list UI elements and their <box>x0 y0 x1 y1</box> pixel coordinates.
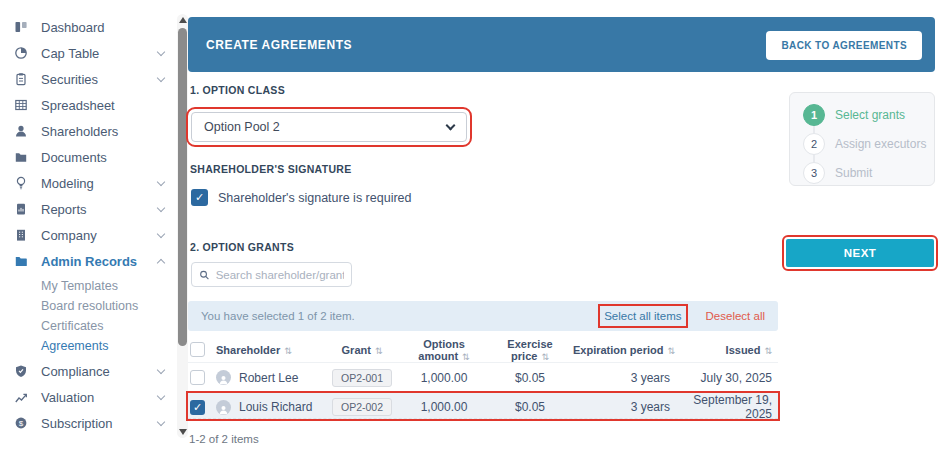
sidebar-item-label: Shareholders <box>41 124 164 139</box>
sidebar-item-reports[interactable]: Reports <box>0 196 176 222</box>
scrollbar-thumb[interactable] <box>178 28 187 346</box>
sidebar-item-label: Modeling <box>41 176 158 191</box>
column-header-exercise-price[interactable]: Exercise price⇅ <box>488 338 572 362</box>
sidebar-item-compliance[interactable]: Compliance <box>0 358 176 384</box>
option-grants-section-label: 2. OPTION GRANTS <box>190 241 294 253</box>
person-icon <box>14 124 28 138</box>
sidebar-item-label: Compliance <box>41 364 158 379</box>
column-label: Expiration period <box>573 344 663 356</box>
back-to-agreements-button[interactable]: BACK TO AGREEMENTS <box>766 31 922 60</box>
folder-icon <box>14 150 28 164</box>
sidebar-subitem-my-templates[interactable]: My Templates <box>0 276 176 296</box>
signature-required-checkbox[interactable]: ✓ <box>191 189 208 206</box>
svg-text:$: $ <box>19 419 24 428</box>
step-select-grants: 1 Select grants <box>803 104 934 126</box>
column-header-options-amount[interactable]: Options amount⇅ <box>400 338 488 362</box>
sidebar-item-shareholders[interactable]: Shareholders <box>0 118 176 144</box>
sidebar-item-label: Reports <box>41 202 158 217</box>
option-class-selected-value: Option Pool 2 <box>204 120 280 134</box>
table-row-selected[interactable]: ✓ Louis Richard OP2-002 1,000.00 $0.05 3… <box>188 393 778 419</box>
sort-icon[interactable]: ⇅ <box>375 346 383 356</box>
sidebar-item-cap-table[interactable]: Cap Table <box>0 40 176 66</box>
shareholder-cell: Robert Lee <box>216 370 324 385</box>
step-label: Select grants <box>835 108 905 122</box>
wizard-stepper: 1 Select grants 2 Assign executors 3 Sub… <box>789 92 935 186</box>
sidebar-item-spreadsheet[interactable]: Spreadsheet <box>0 92 176 118</box>
page-title: CREATE AGREEMENTS <box>188 38 352 52</box>
sort-icon[interactable]: ⇅ <box>667 346 675 356</box>
step-number: 3 <box>803 162 825 184</box>
sidebar-item-modeling[interactable]: Modeling <box>0 170 176 196</box>
scroll-up-arrow-icon[interactable] <box>179 17 187 23</box>
chevron-down-icon <box>157 365 165 373</box>
grants-table: Shareholder⇅ Grant⇅ Options amount⇅ Exer… <box>188 337 778 419</box>
chevron-down-icon <box>157 229 165 237</box>
deselect-all-link[interactable]: Deselect all <box>706 310 765 322</box>
sidebar-subitem-agreements[interactable]: Agreements <box>0 336 176 356</box>
shareholder-cell: Louis Richard <box>216 400 324 415</box>
app-window: Dashboard Cap Table Securities Spreadshe… <box>0 0 939 459</box>
sidebar-item-subscription[interactable]: $ Subscription <box>0 410 176 436</box>
column-header-issued[interactable]: Issued⇅ <box>676 344 778 356</box>
chevron-down-icon <box>157 417 165 425</box>
report-file-icon <box>14 202 28 216</box>
sidebar-item-label: Admin Records <box>41 254 158 269</box>
row-checkbox[interactable]: ✓ <box>190 400 205 415</box>
grant-badge: OP2-001 <box>332 369 392 387</box>
options-amount-cell: 1,000.00 <box>400 400 488 414</box>
column-label: Grant <box>342 344 371 356</box>
pie-chart-icon <box>14 46 28 60</box>
sidebar-item-admin-records[interactable]: Admin Records <box>0 248 176 274</box>
expiration-period-cell: 3 years <box>572 371 676 385</box>
scroll-down-arrow-icon[interactable] <box>179 429 187 435</box>
search-icon <box>199 269 210 281</box>
signature-section-label: SHAREHOLDER'S SIGNATURE <box>190 163 351 175</box>
select-all-items-link[interactable]: Select all items <box>604 310 681 322</box>
step-label: Submit <box>835 166 872 180</box>
dashboard-icon <box>14 20 28 34</box>
grant-badge: OP2-002 <box>332 398 392 416</box>
building-icon <box>14 228 28 242</box>
exercise-price-cell: $0.05 <box>488 400 572 414</box>
chevron-down-icon <box>446 120 456 130</box>
records-folder-icon <box>14 254 28 268</box>
search-input[interactable] <box>216 269 344 281</box>
chevron-down-icon <box>157 73 165 81</box>
sidebar-item-company[interactable]: Company <box>0 222 176 248</box>
expiration-period-cell: 3 years <box>572 400 676 414</box>
column-header-shareholder[interactable]: Shareholder⇅ <box>216 344 324 356</box>
sidebar-item-label: Spreadsheet <box>41 98 164 113</box>
row-checkbox[interactable] <box>190 370 205 385</box>
issued-cell: September 19, 2025 <box>676 393 778 421</box>
sidebar-item-valuation[interactable]: Valuation <box>0 384 176 410</box>
page-header: CREATE AGREEMENTS BACK TO AGREEMENTS <box>188 17 935 72</box>
select-all-checkbox[interactable] <box>190 342 205 357</box>
column-label: Issued <box>726 344 761 356</box>
issued-cell: July 30, 2025 <box>676 371 778 385</box>
search-box <box>191 262 352 287</box>
sidebar-subitem-label: Board resolutions <box>41 299 138 313</box>
option-class-select[interactable]: Option Pool 2 <box>191 112 467 142</box>
signature-checkbox-row: ✓ Shareholder's signature is required <box>191 189 411 206</box>
column-header-grant[interactable]: Grant⇅ <box>324 344 400 356</box>
table-row[interactable]: Robert Lee OP2-001 1,000.00 $0.05 3 year… <box>188 363 778 393</box>
sidebar-item-securities[interactable]: Securities <box>0 66 176 92</box>
sidebar-item-dashboard[interactable]: Dashboard <box>0 14 176 40</box>
sort-icon[interactable]: ⇅ <box>462 352 470 362</box>
chevron-down-icon <box>157 47 165 55</box>
sort-icon[interactable]: ⇅ <box>541 352 549 362</box>
sidebar-item-documents[interactable]: Documents <box>0 144 176 170</box>
column-header-expiration-period[interactable]: Expiration period⇅ <box>572 344 676 356</box>
sidebar-subitem-certificates[interactable]: Certificates <box>0 316 176 336</box>
sidebar-subitem-label: My Templates <box>41 279 118 293</box>
vertical-scrollbar[interactable] <box>177 14 188 438</box>
shield-check-icon <box>14 364 28 378</box>
sort-icon[interactable]: ⇅ <box>764 346 772 356</box>
step-number: 2 <box>803 133 825 155</box>
sidebar-subitem-board-resolutions[interactable]: Board resolutions <box>0 296 176 316</box>
sort-icon[interactable]: ⇅ <box>284 346 292 356</box>
chevron-down-icon <box>157 177 165 185</box>
trend-chart-icon <box>14 390 28 404</box>
sidebar-item-label: Cap Table <box>41 46 158 61</box>
next-button[interactable]: NEXT <box>786 239 934 267</box>
